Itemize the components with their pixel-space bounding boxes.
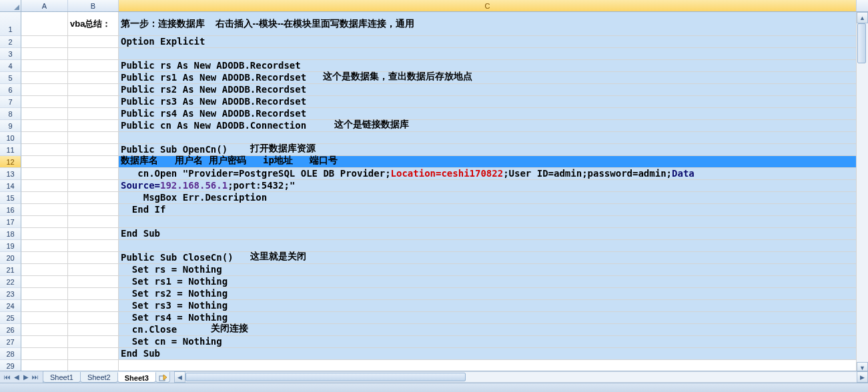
cell-a8[interactable] <box>21 108 68 120</box>
cell-c22[interactable]: Set rs1 = Nothing <box>119 276 857 288</box>
horizontal-scrollbar[interactable]: ◀ ▶ <box>174 371 868 383</box>
cell-b20[interactable] <box>68 252 119 264</box>
scroll-left-button[interactable]: ◀ <box>174 371 185 383</box>
cell-a22[interactable] <box>21 276 68 288</box>
row-header-10[interactable]: 10 <box>0 132 21 144</box>
row-header-14[interactable]: 14 <box>0 180 21 192</box>
cell-b5[interactable] <box>68 72 119 84</box>
col-header-b[interactable]: B <box>68 0 119 11</box>
cell-b19[interactable] <box>68 240 119 252</box>
cell-b9[interactable] <box>68 120 119 132</box>
cell-a13[interactable] <box>21 168 68 180</box>
cell-a10[interactable] <box>21 132 68 144</box>
row-header-21[interactable]: 21 <box>0 264 21 276</box>
row-header-27[interactable]: 27 <box>0 336 21 348</box>
cell-c9[interactable]: Public cn As New ADODB.Connection 这个是链接数… <box>119 120 857 132</box>
cell-c12[interactable]: 数据库名 用户名 用户密码 ip地址 端口号 <box>119 156 857 168</box>
row-header-3[interactable]: 3 <box>0 48 21 60</box>
cell-a18[interactable] <box>21 228 68 240</box>
cell-b4[interactable] <box>68 60 119 72</box>
tab-sheet3[interactable]: Sheet3 <box>117 372 156 383</box>
tab-nav-prev-icon[interactable]: ◀ <box>13 373 21 382</box>
cell-c24[interactable]: Set rs3 = Nothing <box>119 300 857 312</box>
horizontal-scroll-track[interactable] <box>185 371 857 383</box>
vertical-scroll-track[interactable] <box>857 23 868 362</box>
row-header-8[interactable]: 8 <box>0 108 21 120</box>
cell-a28[interactable] <box>21 348 68 360</box>
new-sheet-button[interactable] <box>155 372 170 383</box>
cell-b16[interactable] <box>68 204 119 216</box>
cell-a24[interactable] <box>21 300 68 312</box>
cell-b1-merged[interactable]: vba总结： <box>68 12 119 36</box>
tab-nav-next-icon[interactable]: ▶ <box>22 373 30 382</box>
row-header-23[interactable]: 23 <box>0 288 21 300</box>
row-header-26[interactable]: 26 <box>0 324 21 336</box>
vertical-scroll-thumb[interactable] <box>857 23 866 63</box>
col-header-c[interactable]: C <box>119 0 857 11</box>
cell-b18[interactable] <box>68 228 119 240</box>
cell-a1[interactable] <box>21 12 68 36</box>
cell-a6[interactable] <box>21 84 68 96</box>
cell-a7[interactable] <box>21 96 68 108</box>
row-header-25[interactable]: 25 <box>0 312 21 324</box>
row-header-24[interactable]: 24 <box>0 300 21 312</box>
row-header-11[interactable]: 11 <box>0 144 21 156</box>
cell-a16[interactable] <box>21 204 68 216</box>
cell-b21[interactable] <box>68 264 119 276</box>
cell-c8[interactable]: Public rs4 As New ADODB.Recordset <box>119 108 857 120</box>
tab-sheet1[interactable]: Sheet1 <box>43 372 81 383</box>
cell-a5[interactable] <box>21 72 68 84</box>
cell-c13[interactable]: cn.Open "Provider=PostgreSQL OLE DB Prov… <box>119 168 857 180</box>
cell-b7[interactable] <box>68 96 119 108</box>
cell-a21[interactable] <box>21 264 68 276</box>
cell-c7[interactable]: Public rs3 As New ADODB.Recordset <box>119 96 857 108</box>
row-header-20[interactable]: 20 <box>0 252 21 264</box>
cell-c1-title[interactable]: 第一步：连接数据库 右击插入--模块--在模块里面写数据库连接，通用 <box>119 12 857 36</box>
cell-a20[interactable] <box>21 252 68 264</box>
row-header-5[interactable]: 5 <box>0 72 21 84</box>
row-header-6[interactable]: 6 <box>0 84 21 96</box>
cell-b22[interactable] <box>68 276 119 288</box>
row-header-1[interactable]: 1 <box>0 12 21 36</box>
tab-nav-first-icon[interactable]: ⏮ <box>3 373 11 382</box>
cell-b17[interactable] <box>68 216 119 228</box>
cell-b26[interactable] <box>68 324 119 336</box>
cell-c19[interactable] <box>119 240 857 252</box>
row-header-17[interactable]: 17 <box>0 216 21 228</box>
cell-c10[interactable] <box>119 132 857 144</box>
cell-b11[interactable] <box>68 144 119 156</box>
row-header-13[interactable]: 13 <box>0 168 21 180</box>
cell-c28[interactable]: End Sub <box>119 348 857 360</box>
cell-b3[interactable] <box>68 48 119 60</box>
cell-a9[interactable] <box>21 120 68 132</box>
cell-c23[interactable]: Set rs2 = Nothing <box>119 288 857 300</box>
cell-c21[interactable]: Set rs = Nothing <box>119 264 857 276</box>
row-header-9[interactable]: 9 <box>0 120 21 132</box>
cell-c27[interactable]: Set cn = Nothing <box>119 336 857 348</box>
tab-sheet2[interactable]: Sheet2 <box>80 372 118 383</box>
row-header-19[interactable]: 19 <box>0 240 21 252</box>
cell-a11[interactable] <box>21 144 68 156</box>
row-header-22[interactable]: 22 <box>0 276 21 288</box>
row-header-2[interactable]: 2 <box>0 36 21 48</box>
cell-b14[interactable] <box>68 180 119 192</box>
cell-b25[interactable] <box>68 312 119 324</box>
cell-a3[interactable] <box>21 48 68 60</box>
cell-c5[interactable]: Public rs1 As New ADODB.Recordset 这个是数据集… <box>119 72 857 84</box>
cell-b28[interactable] <box>68 348 119 360</box>
cell-b23[interactable] <box>68 288 119 300</box>
horizontal-scroll-thumb[interactable] <box>185 373 466 381</box>
row-header-12[interactable]: 12 <box>0 156 21 168</box>
cell-a23[interactable] <box>21 288 68 300</box>
cell-a15[interactable] <box>21 192 68 204</box>
row-header-15[interactable]: 15 <box>0 192 21 204</box>
cell-c3[interactable] <box>119 48 857 60</box>
select-all-corner[interactable] <box>0 0 21 12</box>
cell-b13[interactable] <box>68 168 119 180</box>
cell-a4[interactable] <box>21 60 68 72</box>
cell-b2[interactable] <box>68 36 119 48</box>
cell-c14[interactable]: Source=192.168.56.1;port:5432;" <box>119 180 857 192</box>
cell-a2[interactable] <box>21 36 68 48</box>
cell-a27[interactable] <box>21 336 68 348</box>
cell-c17[interactable] <box>119 216 857 228</box>
